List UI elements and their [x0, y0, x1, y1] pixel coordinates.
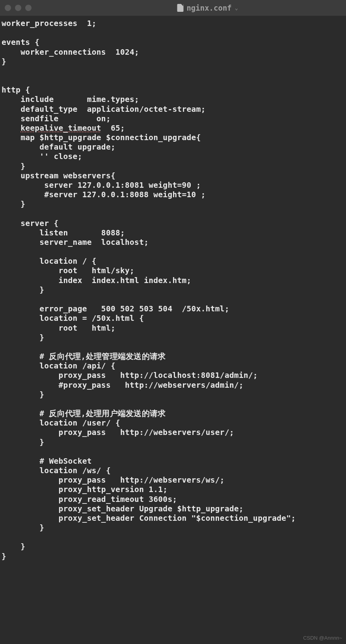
code-line: server_name localhost; [2, 238, 149, 247]
code-line: error_page 500 502 503 504 /50x.html; [2, 304, 229, 313]
window-controls [5, 5, 32, 11]
filename: nginx.conf [186, 4, 231, 12]
code-line: } [2, 285, 44, 294]
code-line: sendfile on; [2, 114, 111, 123]
code-line: map $http_upgrade $connection_upgrade{ [2, 133, 201, 142]
code-line: #server 127.0.0.1:8088 weight=10 ; [2, 190, 206, 199]
code-line: } [2, 542, 25, 551]
code-line: # 反向代理,处理管理端发送的请求 [2, 352, 166, 361]
code-line: default upgrade; [2, 142, 115, 152]
code-line: } [2, 523, 44, 532]
minimize-button[interactable] [15, 5, 21, 11]
code-line: proxy_pass http://webservers/ws/; [2, 476, 225, 485]
code-editor[interactable]: worker_processes 1; events { worker_conn… [0, 16, 346, 564]
code-line: location /user/ { [2, 418, 120, 427]
code-line: } [2, 552, 6, 561]
code-line: } [2, 200, 25, 209]
code-line: } [2, 57, 6, 66]
file-icon [177, 4, 183, 12]
code-line: proxy_set_header Connection "$connection… [2, 514, 296, 523]
code-line: } [2, 333, 44, 342]
code-line: index index.html index.htm; [2, 276, 192, 285]
code-line: location /ws/ { [2, 466, 111, 475]
titlebar: nginx.conf ⌄ [0, 0, 346, 16]
code-line: worker_processes 1; [2, 19, 97, 28]
code-line: location = /50x.html { [2, 314, 144, 323]
code-line: upstream webservers{ [2, 171, 115, 180]
chevron-down-icon: ⌄ [235, 5, 238, 11]
spellcheck-word: keepalive_timeout [20, 124, 101, 133]
code-line: include mime.types; [2, 95, 139, 104]
watermark: CSDN @Annnn~ [303, 635, 342, 641]
code-line: server { [2, 219, 58, 228]
file-info[interactable]: nginx.conf ⌄ [177, 4, 238, 12]
code-line: proxy_http_version 1.1; [2, 485, 167, 494]
code-line: proxy_pass http://localhost:8081/admin/; [2, 371, 258, 380]
code-text: 65; [101, 124, 125, 133]
code-line: root html/sky; [2, 266, 134, 275]
code-line: root html; [2, 324, 115, 333]
code-line: location /api/ { [2, 361, 115, 370]
code-line: proxy_set_header Upgrade $http_upgrade; [2, 504, 244, 513]
code-line: '' close; [2, 152, 82, 161]
code-line: } [2, 438, 44, 447]
code-line: } [2, 390, 44, 399]
code-line: events { [2, 38, 39, 47]
code-line: proxy_pass http://webservers/user/; [2, 428, 234, 437]
code-line: http { [2, 85, 30, 94]
code-line: #proxy_pass http://webservers/admin/; [2, 381, 244, 390]
code-line: default_type application/octet-stream; [2, 105, 206, 114]
code-line: proxy_read_timeout 3600s; [2, 495, 177, 504]
code-line: listen 8088; [2, 228, 125, 237]
code-line: worker_connections 1024; [2, 48, 139, 57]
code-line [2, 124, 20, 133]
close-button[interactable] [5, 5, 11, 11]
code-line: # 反向代理,处理用户端发送的请求 [2, 409, 166, 418]
maximize-button[interactable] [25, 5, 32, 11]
code-line: } [2, 162, 25, 171]
code-line: server 127.0.0.1:8081 weight=90 ; [2, 181, 201, 190]
code-line: location / { [2, 257, 97, 266]
code-line: # WebSocket [2, 457, 92, 466]
